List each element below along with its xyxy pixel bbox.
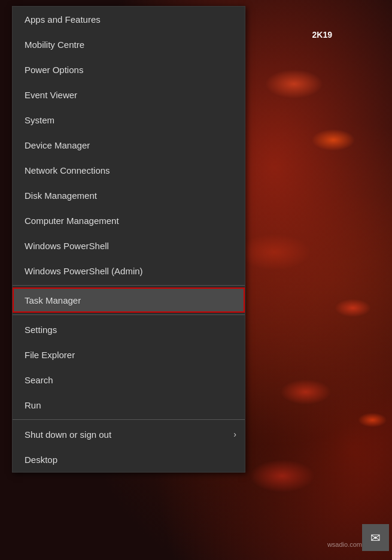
menu-item-label-file-explorer: File Explorer xyxy=(25,350,75,360)
menu-item-disk-management[interactable]: Disk Management xyxy=(13,183,245,208)
menu-item-computer-management[interactable]: Computer Management xyxy=(13,208,245,233)
menu-item-label-network-connections: Network Connections xyxy=(25,165,110,175)
menu-item-label-computer-management: Computer Management xyxy=(25,216,119,226)
menu-item-windows-powershell-admin[interactable]: Windows PowerShell (Admin) xyxy=(13,258,245,283)
menu-item-label-device-manager: Device Manager xyxy=(25,140,90,150)
menu-item-label-shut-down-sign-out: Shut down or sign out xyxy=(25,429,111,440)
menu-item-label-windows-powershell: Windows PowerShell xyxy=(25,241,109,251)
menu-item-power-options[interactable]: Power Options xyxy=(13,57,245,82)
mail-icon[interactable]: ✉ xyxy=(362,524,389,551)
menu-item-search[interactable]: Search xyxy=(13,367,245,392)
menu-divider xyxy=(13,314,245,315)
menu-item-apps-features[interactable]: Apps and Features xyxy=(13,7,245,32)
menu-item-file-explorer[interactable]: File Explorer xyxy=(13,342,245,367)
menu-divider xyxy=(13,285,245,286)
menu-item-system[interactable]: System xyxy=(13,107,245,132)
menu-item-shut-down-sign-out[interactable]: Shut down or sign out› xyxy=(13,422,245,447)
menu-item-label-system: System xyxy=(25,115,54,125)
menu-item-label-desktop: Desktop xyxy=(25,455,57,465)
menu-item-label-settings: Settings xyxy=(25,325,57,335)
menu-item-label-run: Run xyxy=(25,400,41,410)
menu-item-label-windows-powershell-admin: Windows PowerShell (Admin) xyxy=(25,266,143,276)
menu-item-network-connections[interactable]: Network Connections xyxy=(13,158,245,183)
menu-item-label-event-viewer: Event Viewer xyxy=(25,90,77,100)
context-menu: Apps and FeaturesMobility CentrePower Op… xyxy=(12,6,245,473)
menu-item-settings[interactable]: Settings xyxy=(13,317,245,342)
menu-item-label-disk-management: Disk Management xyxy=(25,190,97,201)
menu-item-windows-powershell[interactable]: Windows PowerShell xyxy=(13,233,245,258)
menu-item-label-power-options: Power Options xyxy=(25,65,83,75)
menu-item-desktop[interactable]: Desktop xyxy=(13,447,245,472)
menu-item-label-apps-features: Apps and Features xyxy=(25,14,101,25)
menu-item-task-manager[interactable]: Task Manager xyxy=(13,287,245,313)
menu-divider xyxy=(13,419,245,420)
watermark: wsadio.com xyxy=(327,541,362,548)
label-2k19: 2K19 xyxy=(312,30,332,40)
submenu-arrow-icon: › xyxy=(233,429,236,439)
menu-item-mobility-centre[interactable]: Mobility Centre xyxy=(13,32,245,57)
menu-item-device-manager[interactable]: Device Manager xyxy=(13,132,245,158)
menu-item-label-search: Search xyxy=(25,375,53,385)
menu-item-label-task-manager: Task Manager xyxy=(25,295,81,305)
menu-item-label-mobility-centre: Mobility Centre xyxy=(25,40,84,50)
menu-item-event-viewer[interactable]: Event Viewer xyxy=(13,82,245,107)
menu-item-run[interactable]: Run xyxy=(13,392,245,417)
